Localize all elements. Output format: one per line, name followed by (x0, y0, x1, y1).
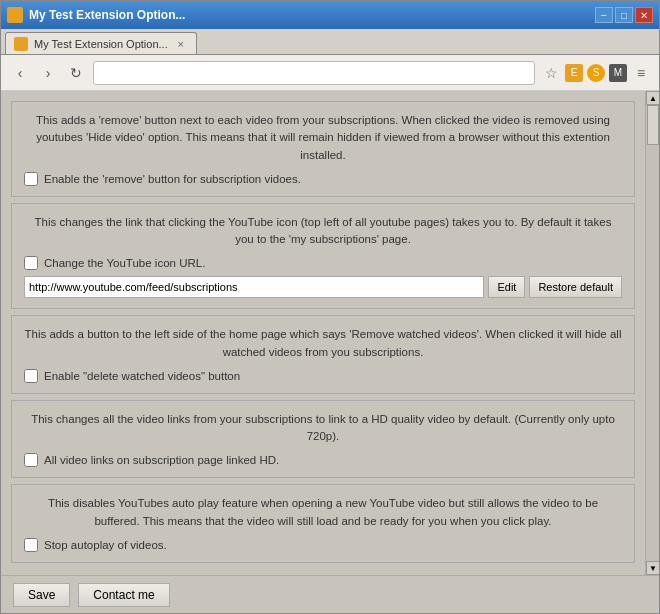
section-delete-watched: This adds a button to the left side of t… (11, 315, 635, 394)
edit-button[interactable]: Edit (488, 276, 525, 298)
section-remove-description: This adds a 'remove' button next to each… (24, 112, 622, 164)
url-input[interactable] (24, 276, 484, 298)
checkbox-hd[interactable] (24, 453, 38, 467)
checkbox-row-hd: All video links on subscription page lin… (24, 453, 622, 467)
checkbox-label-delete: Enable "delete watched videos" button (44, 370, 240, 382)
footer-bar: Save Contact me (1, 575, 659, 613)
scrollbar-track (646, 105, 659, 561)
checkbox-label-youtube: Change the YouTube icon URL. (44, 257, 205, 269)
minimize-button[interactable]: − (595, 7, 613, 23)
section-autoplay-description: This disables YouTubes auto play feature… (24, 495, 622, 530)
checkbox-label-hd: All video links on subscription page lin… (44, 454, 279, 466)
window-title: My Test Extension Option... (29, 8, 185, 22)
checkbox-autoplay[interactable] (24, 538, 38, 552)
tab-icon (14, 37, 28, 51)
restore-default-button[interactable]: Restore default (529, 276, 622, 298)
section-autoplay: This disables YouTubes auto play feature… (11, 484, 635, 563)
nav-bar: ‹ › ↻ ☆ E S M ≡ (1, 55, 659, 91)
maximize-button[interactable]: □ (615, 7, 633, 23)
checkbox-delete[interactable] (24, 369, 38, 383)
bookmark-icon[interactable]: ☆ (541, 63, 561, 83)
extension-icon-3[interactable]: M (609, 64, 627, 82)
save-button[interactable]: Save (13, 583, 70, 607)
browser-window: My Test Extension Option... − □ ✕ My Tes… (0, 0, 660, 614)
checkbox-row-youtube: Change the YouTube icon URL. (24, 256, 622, 270)
section-youtube-icon: This changes the link that clicking the … (11, 203, 635, 310)
tab-close-button[interactable]: × (174, 37, 188, 51)
nav-icons: ☆ E S M ≡ (541, 63, 651, 83)
checkbox-remove[interactable] (24, 172, 38, 186)
tab-label: My Test Extension Option... (34, 38, 168, 50)
scroll-up-button[interactable]: ▲ (646, 91, 659, 105)
title-bar: My Test Extension Option... − □ ✕ (1, 1, 659, 29)
active-tab[interactable]: My Test Extension Option... × (5, 32, 197, 54)
url-row: Edit Restore default (24, 276, 622, 298)
checkbox-label-autoplay: Stop autoplay of videos. (44, 539, 167, 551)
checkbox-label-remove: Enable the 'remove' button for subscript… (44, 173, 301, 185)
checkbox-row-delete: Enable "delete watched videos" button (24, 369, 622, 383)
scroll-down-button[interactable]: ▼ (646, 561, 659, 575)
section-delete-description: This adds a button to the left side of t… (24, 326, 622, 361)
section-hd-links: This changes all the video links from yo… (11, 400, 635, 479)
section-hd-description: This changes all the video links from yo… (24, 411, 622, 446)
browser-content: This adds a 'remove' button next to each… (1, 91, 659, 575)
section-youtube-description: This changes the link that clicking the … (24, 214, 622, 249)
back-button[interactable]: ‹ (9, 62, 31, 84)
close-button[interactable]: ✕ (635, 7, 653, 23)
app-icon (7, 7, 23, 23)
tab-bar: My Test Extension Option... × (1, 29, 659, 55)
scrollbar: ▲ ▼ (645, 91, 659, 575)
extension-icon-1[interactable]: E (565, 64, 583, 82)
address-bar[interactable] (93, 61, 535, 85)
forward-button[interactable]: › (37, 62, 59, 84)
contact-button[interactable]: Contact me (78, 583, 169, 607)
section-remove-button: This adds a 'remove' button next to each… (11, 101, 635, 197)
checkbox-youtube[interactable] (24, 256, 38, 270)
reload-button[interactable]: ↻ (65, 62, 87, 84)
window-controls: − □ ✕ (595, 7, 653, 23)
checkbox-row-remove: Enable the 'remove' button for subscript… (24, 172, 622, 186)
menu-icon[interactable]: ≡ (631, 63, 651, 83)
scrollbar-thumb[interactable] (647, 105, 659, 145)
extension-icon-2[interactable]: S (587, 64, 605, 82)
checkbox-row-autoplay: Stop autoplay of videos. (24, 538, 622, 552)
page-content: This adds a 'remove' button next to each… (1, 91, 645, 575)
